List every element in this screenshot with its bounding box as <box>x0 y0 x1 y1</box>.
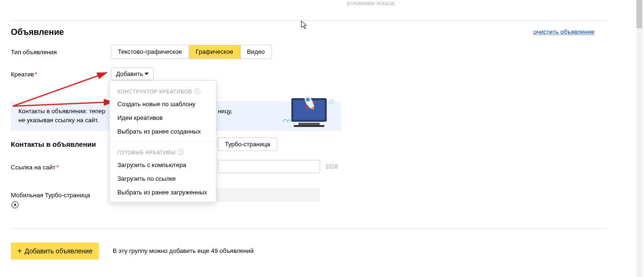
char-count: 1016 <box>325 163 338 170</box>
dropdown-separator <box>110 141 216 142</box>
turbo-page-button[interactable]: Турбо-страница <box>218 137 277 151</box>
add-ad-button[interactable]: + Добавить объявление <box>11 243 99 260</box>
dropdown-item-upload-computer[interactable]: Загрузить с компьютера <box>110 158 216 172</box>
required-marker: * <box>35 71 37 78</box>
divider-bottom <box>11 228 607 229</box>
divider-top <box>11 20 607 21</box>
label-creative: Креатив* <box>11 71 37 78</box>
required-marker: * <box>57 164 59 171</box>
top-hint-text: условиями показа. <box>347 0 396 7</box>
creative-dropdown: КОНСТРУКТОР КРЕАТИВОВ ? Создать новые по… <box>109 80 216 202</box>
rocket-icon <box>11 201 19 209</box>
rocket-monitor-illustration <box>282 93 336 134</box>
dropdown-group-ready: ГОТОВЫЕ КРЕАТИВЫ ? <box>110 144 216 158</box>
help-icon[interactable]: ? <box>178 149 184 155</box>
label-ad-type: Тип объявления <box>11 49 57 56</box>
dropdown-item-ideas[interactable]: Идеи креативов <box>110 111 216 125</box>
toggle-video[interactable]: Видео <box>240 45 272 59</box>
clear-ad-link[interactable]: очистить объявление <box>533 28 594 35</box>
dropdown-item-upload-link[interactable]: Загрузить по ссылке <box>110 172 216 185</box>
group-hint-text: В эту группу можно добавить еще 49 объяв… <box>113 247 254 254</box>
add-creative-label: Добавить <box>116 70 143 77</box>
dropdown-group-constructor: КОНСТРУКТОР КРЕАТИВОВ ? <box>110 84 216 97</box>
toggle-graphic[interactable]: Графическое <box>189 45 240 59</box>
toggle-text-graphic[interactable]: Текстово-графическое <box>111 45 189 59</box>
label-mobile-turbo: Мобильная Турбо-страница <box>11 192 90 199</box>
scrollbar-thumb[interactable] <box>636 0 642 28</box>
svg-point-6 <box>330 100 333 104</box>
banner-text-line2: не указывая ссылку на сайт. <box>18 117 99 124</box>
dropdown-item-choose-previous[interactable]: Выбрать из ранее созданных <box>110 125 216 138</box>
mouse-cursor-icon <box>301 20 308 30</box>
svg-rect-2 <box>298 123 320 125</box>
site-link-input[interactable] <box>218 160 320 173</box>
banner-text-line1b: ницу, <box>218 108 232 115</box>
help-icon[interactable]: ? <box>194 88 200 94</box>
scrollbar-track[interactable] <box>636 0 643 277</box>
svg-rect-3 <box>294 125 324 127</box>
add-ad-label: Добавить объявление <box>25 247 92 255</box>
chevron-down-icon <box>145 73 149 75</box>
plus-icon: + <box>17 248 22 254</box>
subsection-contacts: Контакты в объявлении <box>11 140 96 148</box>
section-title: Объявление <box>11 27 64 37</box>
banner-text-line1a: Контакты в объявлении: тепер <box>18 108 106 115</box>
dropdown-item-create-template[interactable]: Создать новые по шаблону <box>110 97 216 111</box>
ad-type-toggle: Текстово-графическое Графическое Видео <box>111 45 272 59</box>
add-creative-button[interactable]: Добавить <box>111 67 154 80</box>
dropdown-item-choose-uploaded[interactable]: Выбрать из ранее загруженных <box>110 185 216 199</box>
label-site-link: Ссылка на сайт* <box>11 164 59 171</box>
